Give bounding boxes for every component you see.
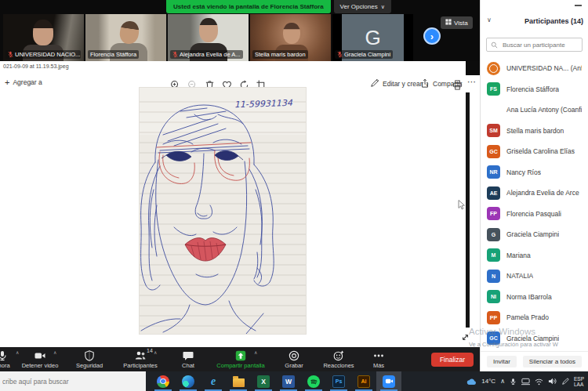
more-icon: [373, 350, 384, 361]
participant-row-pamela-prado[interactable]: PPPamela Prado: [481, 307, 588, 328]
view-options-button[interactable]: Ver Opciones ∨: [334, 0, 391, 13]
taskbar-app-excel[interactable]: X: [251, 371, 276, 391]
print-icon[interactable]: [452, 79, 463, 89]
participant-head: [33, 20, 53, 45]
window-right-edge: [466, 92, 470, 328]
tray-device-icon[interactable]: [521, 378, 530, 386]
taskbar-app-zoom[interactable]: [376, 371, 401, 391]
video-tile-stella-maris-bardon[interactable]: Stella maris bardon: [250, 14, 331, 61]
participant-name-label: Florencia Stáffora: [88, 50, 139, 59]
initials-avatar: AE: [487, 186, 500, 200]
participant-search-input[interactable]: [501, 41, 578, 49]
grid-view-icon: [445, 19, 452, 27]
hidden-icons-chevron[interactable]: ∧: [500, 378, 505, 385]
end-meeting-button[interactable]: Finalizar: [431, 353, 474, 367]
video-tile-florencia-staffora[interactable]: Florencia Stáffora: [85, 14, 166, 61]
toolbar-grabar-button[interactable]: Grabar: [273, 347, 315, 371]
zoom-meeting-screen: Usted está viendo la pantalla de Florenc…: [0, 0, 588, 391]
taskbar-apps: eXWPsAi: [151, 371, 401, 391]
add-to-button[interactable]: + Agregar a: [5, 78, 42, 86]
toolbar-detener-video-button[interactable]: ∧Detener video: [14, 347, 66, 371]
taskbar-search-input[interactable]: [0, 377, 146, 386]
taskbar-app-edge[interactable]: [176, 371, 201, 391]
panel-chevron-down-icon[interactable]: ∨: [487, 16, 492, 24]
participant-row-ana-lucia-antony-coanfitri[interactable]: Ana Lucía Antony (Coanfitri...: [481, 100, 588, 121]
view-button[interactable]: Vista: [441, 16, 473, 29]
taskbar-app-explorer[interactable]: [226, 371, 251, 391]
screen-share-banner: Usted está viendo la pantalla de Florenc…: [166, 0, 331, 13]
invite-button[interactable]: Invitar: [487, 356, 517, 367]
taskbar-app-ie[interactable]: e: [201, 371, 226, 391]
toolbar-chat-button[interactable]: Chat: [168, 347, 209, 371]
participants-panel-footer: Invitar Silenciar a todos: [481, 351, 588, 367]
toolbar-item-label: Chat: [182, 362, 194, 369]
people-icon: 14∧: [135, 350, 146, 361]
initials-avatar: GC: [487, 331, 500, 345]
taskbar-app-photoshop[interactable]: Ps: [326, 371, 351, 391]
toolbar-mas-button[interactable]: Más: [362, 347, 395, 371]
participant-name: Griselda Carolina Elías: [506, 147, 575, 155]
logo-avatar: [487, 62, 500, 75]
camera-icon: ∧: [34, 350, 45, 361]
pencil-icon: [370, 78, 379, 89]
participant-row-nancy-rios[interactable]: NRNancy Ríos: [481, 162, 588, 183]
minimize-panel-icon[interactable]: [575, 5, 582, 6]
tray-mic-icon[interactable]: [510, 377, 517, 386]
taskbar-app-spotify[interactable]: [301, 371, 326, 391]
mute-all-button[interactable]: Silenciar a todos: [523, 356, 582, 367]
participant-row-universidad-na-anfitri[interactable]: UNIVERSIDAD NA... (Anfitri...: [481, 58, 588, 79]
initials-avatar: NI: [487, 290, 500, 303]
speaker-icon[interactable]: [548, 377, 557, 386]
chevron-up-icon[interactable]: ∧: [254, 349, 257, 355]
participant-name-label: Alejandra Evelia de A...: [170, 50, 243, 59]
initials-avatar: SM: [487, 124, 500, 137]
toolbar-ahora-button[interactable]: ∧ahora: [0, 347, 14, 371]
video-tile-universidad-nacio[interactable]: UNIVERSIDAD NACIO...: [3, 14, 84, 61]
participant-name: Graciela Ciampini: [506, 335, 559, 342]
more-options-icon[interactable]: ⋯: [467, 77, 477, 87]
video-tile-graciela-ciampini[interactable]: GGraciela Ciampini: [332, 14, 413, 61]
toolbar-participantes-button[interactable]: 14∧Participantes: [113, 347, 168, 371]
language-indicator[interactable]: ESP LAA: [574, 376, 584, 387]
taskbar-app-illustrator[interactable]: Ai: [351, 371, 376, 391]
shared-screen-photos-app: 021-09-09 at 11.19.53.jpeg + Agregar a E…: [0, 61, 480, 347]
participant-row-graciela-ciampini[interactable]: GGraciela Ciampini: [481, 224, 588, 245]
initials-avatar: N: [487, 270, 500, 283]
toolbar-seguridad-button[interactable]: Seguridad: [66, 347, 113, 371]
participant-row-natalia[interactable]: NNATALIA: [481, 266, 588, 287]
toolbar-compartir-pantalla-button[interactable]: ∧Compartir pantalla: [209, 347, 273, 371]
participant-row-griselda-carolina-elias[interactable]: GCGriselda Carolina Elías: [481, 141, 588, 162]
participant-search-box[interactable]: [486, 38, 583, 52]
initials-avatar: GC: [487, 145, 500, 158]
weather-cloud-icon[interactable]: [466, 378, 477, 386]
participant-name: Ana Lucía Antony (Coanfitri...: [506, 106, 582, 114]
toolbar-reacciones-button[interactable]: Reacciones: [315, 347, 362, 371]
initials-avatar: FS: [487, 82, 500, 96]
participant-name-label: Stella maris bardon: [252, 50, 308, 59]
temperature-label[interactable]: 14°C: [481, 378, 495, 385]
chevron-up-icon[interactable]: ∧: [53, 349, 56, 355]
toolbar-item-label: Reacciones: [323, 362, 354, 369]
video-tile-alejandra-evelia-de-a[interactable]: Alejandra Evelia de A...: [168, 14, 249, 61]
search-icon: [491, 42, 498, 49]
muted-mic-icon: [8, 51, 13, 58]
pen-icon[interactable]: [561, 378, 569, 386]
participant-row-mariana[interactable]: MMariana: [481, 245, 588, 266]
initials-avatar: NR: [487, 165, 500, 179]
participant-row-norma-ibarrola[interactable]: NINorma IBarrola: [481, 287, 588, 308]
participant-row-florencia-pasquali[interactable]: FPFlorencia Pasquali: [481, 204, 588, 225]
participant-name: UNIVERSIDAD NACIO...: [15, 51, 80, 58]
participant-row-graciela-ciampini[interactable]: GCGraciela Ciampini: [481, 328, 588, 349]
taskbar-search-box[interactable]: [0, 371, 146, 391]
muted-mic-icon: [172, 51, 178, 58]
toolbar-item-label: Seguridad: [76, 362, 103, 369]
next-page-participants-button[interactable]: ›: [423, 27, 441, 45]
taskbar-app-word[interactable]: W: [276, 371, 301, 391]
taskbar-app-chrome[interactable]: [151, 371, 176, 391]
participant-row-stella-maris-bardon[interactable]: SMStella maris bardon: [481, 121, 588, 142]
initials-avatar: G: [487, 228, 500, 241]
chevron-up-icon[interactable]: ∧: [154, 349, 157, 355]
wifi-icon[interactable]: [535, 378, 543, 386]
participant-row-alejandra-evelia-de-arce[interactable]: AEAlejandra Evelia de Arce: [481, 183, 588, 204]
participant-row-florencia-staffora[interactable]: FSFlorencia Stáffora: [481, 79, 588, 100]
